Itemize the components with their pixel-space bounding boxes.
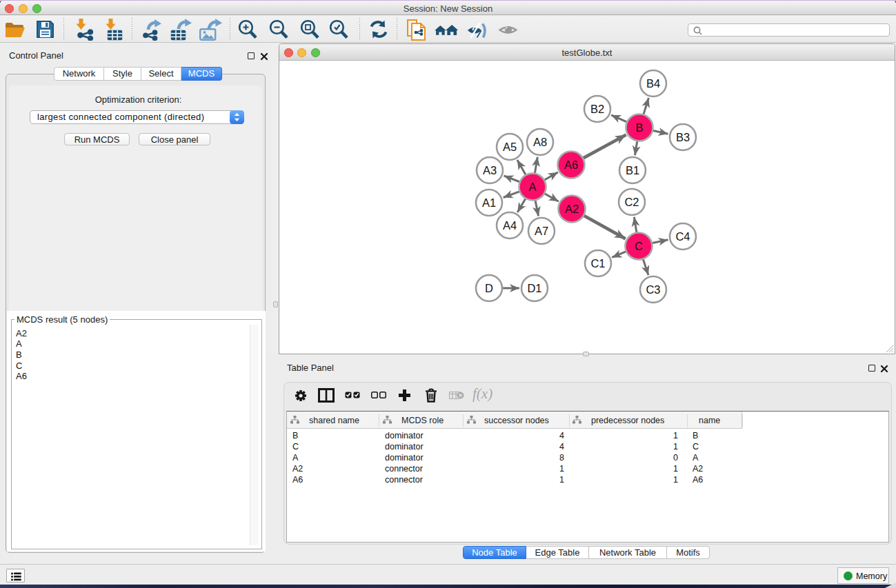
svg-text:C2: C2	[624, 196, 639, 208]
svg-text:D1: D1	[527, 282, 541, 294]
svg-text:B2: B2	[590, 103, 604, 115]
svg-text:B: B	[635, 121, 643, 134]
svg-text:A2: A2	[565, 203, 579, 215]
svg-text:A4: A4	[503, 219, 517, 232]
svg-text:B3: B3	[676, 131, 690, 143]
svg-text:C1: C1	[590, 257, 605, 270]
svg-text:A: A	[528, 181, 536, 193]
svg-text:A6: A6	[564, 159, 578, 171]
svg-text:A8: A8	[533, 136, 547, 148]
svg-text:D: D	[485, 282, 493, 294]
svg-text:B4: B4	[646, 77, 660, 90]
svg-text:A5: A5	[503, 141, 517, 153]
svg-text:C: C	[635, 240, 643, 252]
svg-text:A7: A7	[535, 225, 548, 237]
svg-text:B1: B1	[626, 164, 639, 176]
svg-text:A1: A1	[482, 196, 496, 209]
svg-text:C3: C3	[646, 283, 660, 296]
svg-text:A3: A3	[483, 164, 497, 176]
svg-text:C4: C4	[675, 230, 690, 243]
